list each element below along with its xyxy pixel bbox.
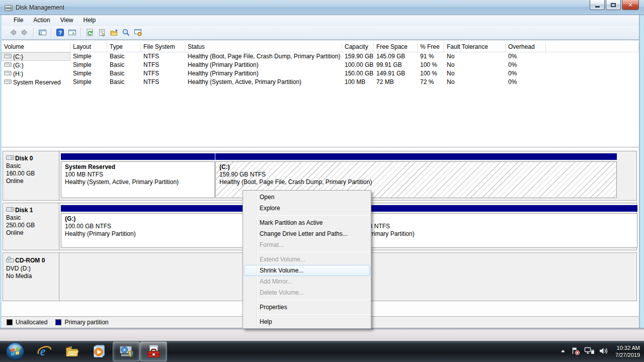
back-icon[interactable]	[7, 27, 19, 39]
menu-item-open[interactable]: Open	[244, 192, 370, 203]
col-pct-free[interactable]: % Free	[418, 42, 444, 52]
col-fault-tolerance[interactable]: Fault Tolerance	[444, 42, 506, 52]
clock-time: 10:32 AM	[615, 344, 640, 351]
close-icon: ✕	[628, 2, 633, 9]
taskbar-windows-explorer[interactable]	[58, 341, 86, 361]
minimize-icon	[595, 6, 600, 8]
window-border-bottom	[0, 328, 644, 341]
partition-h[interactable]: (H:) 150.00 GB NTFS Healthy (Primary Par…	[340, 205, 637, 248]
window-border-left	[0, 15, 2, 328]
table-row[interactable]: (H:) Simple Basic NTFS Healthy (Primary …	[2, 69, 639, 78]
toolbar-separator	[51, 28, 51, 38]
col-layout[interactable]: Layout	[70, 42, 107, 52]
forward-icon[interactable]	[19, 27, 31, 39]
minimize-button[interactable]	[590, 0, 605, 10]
menu-item-mark-partition-active[interactable]: Mark Partition as Active	[244, 217, 370, 228]
maximize-button[interactable]	[606, 0, 621, 10]
show-hidden-icons-button[interactable]	[559, 347, 567, 356]
toolbar: ?	[2, 26, 639, 40]
col-status[interactable]: Status	[185, 42, 342, 52]
network-icon[interactable]	[584, 346, 595, 357]
menu-item-help[interactable]: Help	[244, 316, 370, 327]
close-button[interactable]: ✕	[622, 0, 639, 10]
menu-item-properties[interactable]: Properties	[244, 302, 370, 313]
show-console-tree-icon[interactable]	[36, 27, 48, 39]
menu-bar: File Action View Help	[2, 15, 639, 26]
volume-icon[interactable]	[599, 346, 609, 357]
window-title: Disk Management	[16, 4, 64, 11]
system-tray: 10:32 AM 7/27/2019	[559, 341, 640, 362]
volume-icon	[4, 62, 12, 69]
action-center-icon[interactable]	[571, 346, 581, 357]
open-icon[interactable]	[108, 27, 120, 39]
manage-computer-icon[interactable]	[132, 27, 144, 39]
menu-item-explore[interactable]: Explore	[244, 203, 370, 214]
legend-unallocated-label: Unallocated	[16, 319, 47, 326]
clock[interactable]: 10:32 AM 7/27/2019	[612, 344, 640, 358]
disk0-label[interactable]: Disk 0 Basic 160.00 GB Online	[3, 151, 59, 200]
help-icon[interactable]: ?	[54, 27, 66, 39]
partition-system-reserved[interactable]: System Reserved 100 MB NTFS Healthy (Sys…	[61, 153, 215, 198]
disk-icon	[6, 155, 14, 162]
cdrom-icon	[6, 256, 14, 265]
properties-icon[interactable]	[96, 27, 108, 39]
table-row[interactable]: (C:) Simple Basic NTFS Healthy (Boot, Pa…	[2, 52, 639, 61]
menu-item-shrink-volume[interactable]: Shrink Volume...	[244, 265, 370, 276]
clock-date: 7/27/2019	[615, 351, 640, 358]
menu-action[interactable]: Action	[28, 16, 55, 25]
taskbar-media-player[interactable]	[86, 341, 113, 361]
unallocated-swatch	[7, 319, 13, 325]
start-button[interactable]	[6, 342, 25, 361]
col-overhead[interactable]: Overhead	[506, 42, 546, 52]
volume-icon	[4, 79, 12, 86]
primary-partition-band	[61, 153, 215, 160]
table-row[interactable]: System Reserved Simple Basic NTFS Health…	[2, 78, 639, 86]
menu-separator	[258, 215, 370, 216]
menu-item-extend-volume: Extend Volume...	[244, 254, 370, 265]
refresh-icon[interactable]	[84, 27, 96, 39]
disk1-label[interactable]: Disk 1 Basic 250.00 GB Online	[3, 203, 59, 250]
col-capacity[interactable]: Capacity	[342, 42, 374, 52]
cell-volume: System Reserved	[13, 79, 61, 86]
app-icon	[5, 4, 13, 13]
show-action-pane-icon[interactable]	[66, 27, 78, 39]
menu-view[interactable]: View	[55, 16, 78, 25]
maximize-icon	[611, 3, 616, 7]
table-row[interactable]: (G:) Simple Basic NTFS Healthy (Primary …	[2, 61, 639, 69]
taskbar-toolbox[interactable]	[140, 341, 167, 361]
cell-volume: (H:)	[13, 70, 23, 77]
menu-item-change-drive-letter[interactable]: Change Drive Letter and Paths...	[244, 228, 370, 239]
volume-list-header: Volume Layout Type File System Status Ca…	[2, 42, 639, 52]
menu-item-add-mirror: Add Mirror...	[244, 276, 370, 287]
menu-help[interactable]: Help	[78, 16, 101, 25]
menu-file[interactable]: File	[9, 16, 28, 25]
title-bar: Disk Management ✕	[0, 0, 644, 15]
menu-separator	[258, 300, 370, 300]
col-free-space[interactable]: Free Space	[374, 42, 418, 52]
disk-icon	[6, 207, 14, 214]
window-border-right	[639, 15, 644, 328]
context-menu: Open Explore Mark Partition as Active Ch…	[243, 190, 371, 329]
menu-separator	[258, 314, 370, 315]
taskbar-disk-management[interactable]	[113, 341, 140, 361]
desktop: Disk Management ✕ File Action View Help …	[0, 0, 644, 362]
volume-icon	[4, 70, 12, 77]
menu-item-delete-volume: Delete Volume...	[244, 287, 370, 298]
cdrom0-label[interactable]: CD-ROM 0 DVD (D:) No Media	[3, 253, 59, 301]
toolbar-separator	[80, 28, 81, 38]
toolbar-separator	[33, 28, 34, 38]
menu-item-format: Format...	[244, 239, 370, 250]
primary-partition-swatch	[55, 319, 61, 325]
primary-partition-band	[215, 153, 617, 160]
find-icon[interactable]	[120, 27, 132, 39]
taskbar-internet-explorer[interactable]: e	[31, 341, 58, 361]
volume-icon	[4, 53, 12, 60]
menu-separator	[258, 252, 370, 252]
col-type[interactable]: Type	[107, 42, 141, 52]
legend-primary-label: Primary partition	[64, 319, 108, 326]
col-file-system[interactable]: File System	[141, 42, 185, 52]
volume-list: Volume Layout Type File System Status Ca…	[2, 40, 639, 147]
svg-text:?: ?	[58, 30, 62, 36]
cell-volume: (C:)	[13, 53, 23, 60]
col-volume[interactable]: Volume	[2, 42, 70, 52]
